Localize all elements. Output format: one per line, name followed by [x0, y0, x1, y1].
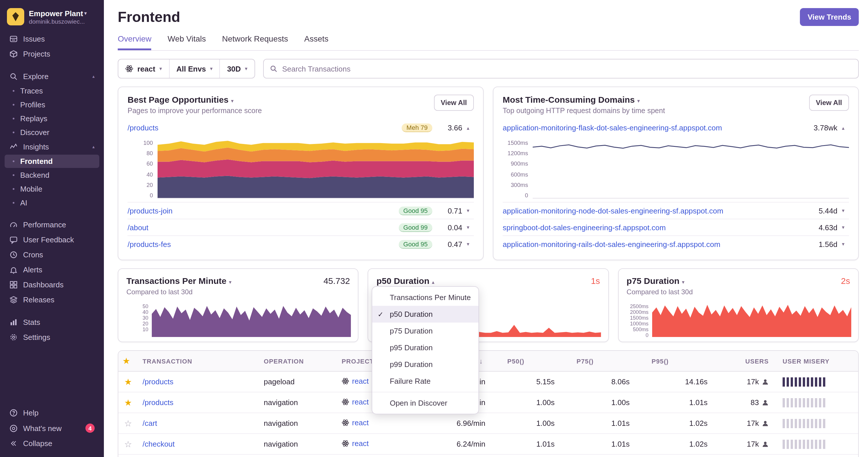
score-badge[interactable]: Good 95 — [399, 206, 432, 215]
project-link[interactable]: react — [352, 398, 369, 406]
tab-overview[interactable]: Overview — [118, 34, 152, 50]
star-outline-icon[interactable]: ☆ — [124, 418, 132, 428]
chevron-down-icon[interactable]: ▾ — [837, 241, 849, 247]
environment-selector[interactable]: All Envs▾ — [169, 59, 220, 78]
sidebar-item-whats-new[interactable]: What's new 4 — [5, 421, 99, 436]
star-filled-icon[interactable]: ★ — [124, 397, 132, 407]
sidebar-item-performance[interactable]: Performance — [5, 218, 99, 232]
sidebar-item-discover[interactable]: Discover — [5, 126, 99, 139]
sidebar-item-insights[interactable]: Insights ▴ — [5, 140, 99, 154]
domain-link[interactable]: application-monitoring-node-dot-sales-en… — [503, 206, 723, 215]
score-badge[interactable]: Meh 79 — [402, 124, 432, 132]
sidebar-item-stats[interactable]: Stats — [5, 315, 99, 329]
chevron-up-icon[interactable]: ▴ — [462, 125, 474, 131]
menu-item-open-in-discover[interactable]: Open in Discover — [373, 395, 479, 412]
chevron-down-icon[interactable]: ▾ — [837, 225, 849, 230]
transaction-search[interactable] — [263, 59, 859, 78]
user-icon — [762, 420, 769, 427]
menu-item-failure-rate[interactable]: Failure Rate — [373, 373, 479, 390]
star-filled-icon[interactable]: ★ — [124, 377, 132, 386]
best-pages-view-all-button[interactable]: View All — [434, 95, 474, 111]
domain-link[interactable]: application-monitoring-rails-dot-sales-e… — [503, 240, 720, 249]
transaction-link[interactable]: /products — [143, 398, 174, 407]
date-range-selector[interactable]: 30D▾ — [220, 59, 254, 78]
chevron-down-icon[interactable]: ▾ — [462, 225, 474, 230]
sidebar-item-releases[interactable]: Releases — [5, 293, 99, 307]
sidebar-item-traces[interactable]: Traces — [5, 84, 99, 98]
col-p75[interactable]: P75() — [557, 351, 632, 371]
tab-web-vitals[interactable]: Web Vitals — [168, 34, 206, 50]
menu-item-p95[interactable]: p95 Duration — [373, 339, 479, 356]
project-link[interactable]: react — [352, 439, 369, 448]
chevron-down-icon[interactable]: ▾ — [837, 208, 849, 214]
tab-assets[interactable]: Assets — [304, 34, 329, 50]
menu-item-p99[interactable]: p99 Duration — [373, 356, 479, 373]
best-page-row[interactable]: /about Good 99 0.04 ▾ — [128, 219, 474, 235]
org-switcher[interactable]: Empower Plant▾ dominik.buszowiec... — [0, 5, 104, 31]
domain-row[interactable]: springboot-dot-sales-engineering-sf.apps… — [503, 219, 849, 235]
sidebar-item-replays[interactable]: Replays — [5, 112, 99, 125]
best-pages-title-selector[interactable]: Best Page Opportunities ▾ — [128, 95, 262, 104]
domain-link[interactable]: springboot-dot-sales-engineering-sf.apps… — [503, 223, 666, 232]
project-selector[interactable]: react▾ — [118, 59, 169, 78]
sidebar-item-user-feedback[interactable]: User Feedback — [5, 232, 99, 247]
col-users[interactable]: USERS — [710, 351, 773, 371]
domain-row[interactable]: application-monitoring-rails-dot-sales-e… — [503, 235, 849, 252]
sidebar-item-ai[interactable]: AI — [5, 196, 99, 209]
page-link[interactable]: /products-join — [128, 206, 173, 215]
sidebar-item-mobile[interactable]: Mobile — [5, 182, 99, 196]
sidebar-item-backend[interactable]: Backend — [5, 168, 99, 182]
menu-item-p50[interactable]: ✓p50 Duration — [373, 306, 479, 323]
transaction-row: ★ /products pageload react /min 5.15s 8.… — [118, 371, 859, 392]
project-link[interactable]: react — [352, 418, 369, 427]
sidebar-item-settings[interactable]: Settings — [5, 330, 99, 345]
tab-network-requests[interactable]: Network Requests — [222, 34, 288, 50]
p50-metric-selector[interactable]: p50 Duration ▴ — [377, 276, 435, 286]
domain-row[interactable]: application-monitoring-node-dot-sales-en… — [503, 202, 849, 219]
col-p95[interactable]: P95() — [632, 351, 710, 371]
sidebar-item-issues[interactable]: Issues — [5, 32, 99, 46]
page-link[interactable]: /about — [128, 223, 148, 232]
sidebar-item-profiles[interactable]: Profiles — [5, 98, 99, 111]
transaction-link[interactable]: /cart — [143, 419, 157, 428]
sidebar-collapse-button[interactable]: Collapse — [5, 436, 99, 451]
menu-item-p75[interactable]: p75 Duration — [373, 323, 479, 339]
star-icon[interactable]: ★ — [123, 357, 130, 365]
p75-metric-selector[interactable]: p75 Duration ▾ — [626, 276, 684, 286]
react-logo-icon — [342, 398, 349, 406]
sidebar-item-frontend[interactable]: Frontend — [5, 155, 99, 168]
col-transaction[interactable]: TRANSACTION — [138, 351, 259, 371]
sidebar-item-projects[interactable]: Projects — [5, 47, 99, 61]
project-link[interactable]: react — [352, 377, 369, 386]
col-operation[interactable]: OPERATION — [259, 351, 337, 371]
chevron-down-icon[interactable]: ▾ — [462, 241, 474, 247]
domains-view-all-button[interactable]: View All — [809, 95, 849, 111]
best-page-row[interactable]: /products-fes Good 95 0.47 ▾ — [128, 235, 474, 252]
score-badge[interactable]: Good 99 — [399, 223, 432, 232]
domains-title-selector[interactable]: Most Time-Consuming Domains ▾ — [503, 95, 665, 104]
chevron-down-icon[interactable]: ▾ — [462, 208, 474, 214]
tpm-metric-selector[interactable]: Transactions Per Minute ▾ — [126, 276, 231, 286]
p50-cell: 1.01s — [488, 434, 557, 454]
sidebar-item-explore[interactable]: Explore ▴ — [5, 69, 99, 84]
col-p50[interactable]: P50() — [488, 351, 557, 371]
best-page-row[interactable]: /products-join Good 95 0.71 ▾ — [128, 202, 474, 219]
col-user-misery[interactable]: USER MISERY — [773, 351, 859, 371]
best-page-row[interactable]: /products Meh 79 3.66 ▴ — [128, 120, 474, 136]
sidebar-item-crons[interactable]: Crons — [5, 248, 99, 262]
page-link[interactable]: /products-fes — [128, 240, 171, 249]
search-input[interactable] — [282, 64, 852, 73]
view-trends-button[interactable]: View Trends — [800, 8, 859, 26]
domain-link[interactable]: application-monitoring-flask-dot-sales-e… — [503, 124, 722, 132]
sidebar-item-dashboards[interactable]: Dashboards — [5, 278, 99, 292]
sidebar-item-alerts[interactable]: Alerts — [5, 263, 99, 277]
star-outline-icon[interactable]: ☆ — [124, 439, 132, 449]
sidebar-item-help[interactable]: Help — [5, 406, 99, 420]
transaction-link[interactable]: /products — [143, 378, 174, 386]
transaction-link[interactable]: /checkout — [143, 440, 175, 448]
chevron-up-icon[interactable]: ▴ — [837, 125, 849, 131]
domain-row[interactable]: application-monitoring-flask-dot-sales-e… — [503, 120, 849, 136]
page-link[interactable]: /products — [128, 124, 158, 132]
score-badge[interactable]: Good 95 — [399, 240, 432, 249]
menu-item-tpm[interactable]: Transactions Per Minute — [373, 289, 479, 306]
